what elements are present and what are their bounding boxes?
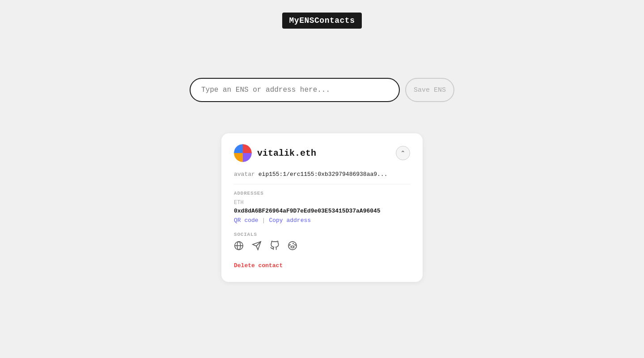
search-input[interactable] xyxy=(190,78,400,102)
address-actions: QR code | Copy address xyxy=(234,217,410,224)
svg-point-9 xyxy=(293,243,294,244)
svg-point-7 xyxy=(291,246,292,247)
avatar-label: avatar xyxy=(234,171,255,178)
delete-contact-link[interactable]: Delete contact xyxy=(234,262,283,269)
socials-section: SOCIALS xyxy=(234,232,410,253)
social-icons-row xyxy=(234,241,410,253)
search-area: Save ENS xyxy=(190,78,454,102)
chevron-up-icon: ⌃ xyxy=(400,149,406,157)
card-body: avatar eip155:1/erc1155:0xb32979486938aa… xyxy=(234,171,410,269)
globe-icon[interactable] xyxy=(234,241,244,253)
addresses-section: ADDRESSES ETH 0xd8dA6BF26964aF9D7eEd9e03… xyxy=(234,191,410,224)
address-value: 0xd8dA6BF26964aF9D7eEd9e03E53415D37aA960… xyxy=(234,208,410,214)
avatar xyxy=(234,144,252,162)
card-header-left: vitalik.eth xyxy=(234,144,316,162)
divider xyxy=(234,184,410,184)
separator: | xyxy=(262,217,266,224)
avatar-value: eip155:1/erc1155:0xb32979486938aa9... xyxy=(258,171,388,178)
copy-address-link[interactable]: Copy address xyxy=(269,217,311,224)
addresses-title: ADDRESSES xyxy=(234,191,410,196)
collapse-button[interactable]: ⌃ xyxy=(396,146,410,160)
save-ens-button[interactable]: Save ENS xyxy=(405,78,454,102)
app-header: MyENSContacts xyxy=(282,13,362,29)
card-header: vitalik.eth ⌃ xyxy=(234,144,410,162)
qr-code-link[interactable]: QR code xyxy=(234,217,258,224)
app-title: MyENSContacts xyxy=(289,16,355,25)
socials-title: SOCIALS xyxy=(234,232,410,237)
ens-name: vitalik.eth xyxy=(257,148,316,158)
github-icon[interactable] xyxy=(270,241,280,253)
telegram-icon[interactable] xyxy=(252,241,262,253)
reddit-icon[interactable] xyxy=(288,241,297,253)
svg-point-8 xyxy=(293,246,294,247)
contact-card: vitalik.eth ⌃ avatar eip155:1/erc1155:0x… xyxy=(221,133,423,282)
avatar-row: avatar eip155:1/erc1155:0xb32979486938aa… xyxy=(234,171,410,178)
network-label: ETH xyxy=(234,200,410,206)
